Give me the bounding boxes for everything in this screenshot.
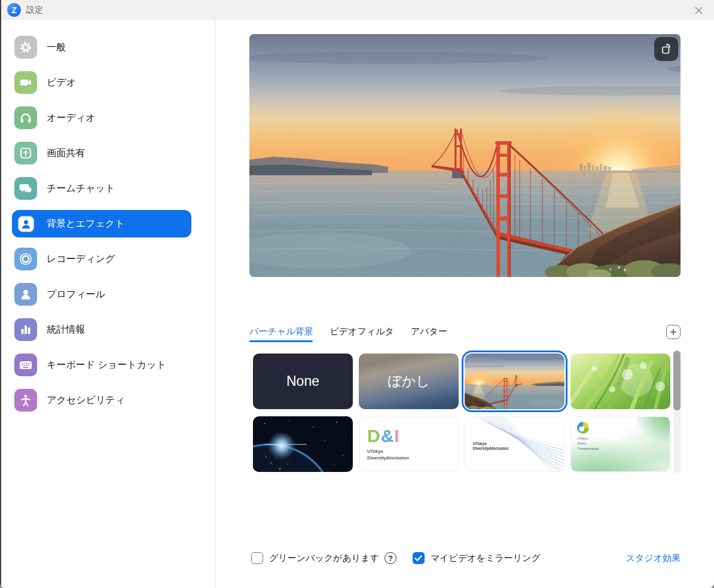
background-thumbnail-blur[interactable]: ぼかし	[359, 354, 459, 409]
bar-chart-icon	[14, 318, 37, 341]
sidebar-item-label: 一般	[47, 41, 66, 54]
mirror-video-label[interactable]: マイビデオをミラーリング	[431, 553, 541, 564]
rotate-icon	[660, 43, 672, 55]
keyboard-icon	[14, 354, 37, 376]
sidebar-item-accessibility[interactable]: アクセシビリティ	[12, 386, 191, 414]
headphones-icon	[14, 106, 37, 129]
background-thumbnail-grass[interactable]	[570, 354, 670, 409]
add-background-button[interactable]	[666, 325, 681, 339]
close-button[interactable]	[691, 3, 706, 17]
sidebar-item-label: アクセシビリティ	[47, 394, 125, 407]
settings-sidebar: 一般 ビデオ オーディオ 画面共有	[0, 20, 216, 588]
question-mark-icon: ?	[388, 554, 393, 563]
sidebar-item-statistics[interactable]: 統計情報	[12, 316, 191, 343]
waves-thumbnail-image: UTokyo Diversity&Inclusion	[465, 417, 564, 471]
utokyo-green-logo-icon	[577, 422, 589, 434]
di-org-text: UTokyo Diversity&Inclusion	[367, 449, 409, 461]
sidebar-item-label: キーボード ショートカット	[47, 359, 166, 371]
background-effects-panel: バーチャル背景 ビデオフィルタ アバター None ぼかし	[216, 20, 714, 588]
video-camera-icon	[14, 71, 37, 94]
gear-icon	[14, 36, 37, 59]
sidebar-item-recording[interactable]: レコーディング	[12, 245, 191, 273]
sidebar-item-keyboard-shortcuts[interactable]: キーボード ショートカット	[12, 351, 191, 379]
studio-effects-link[interactable]: スタジオ効果	[626, 553, 681, 564]
tab-video-filter[interactable]: ビデオフィルタ	[329, 326, 393, 342]
sidebar-item-label: 統計情報	[47, 324, 85, 336]
sidebar-item-background-effects[interactable]: 背景とエフェクト	[12, 210, 191, 237]
background-person-icon	[14, 212, 37, 235]
title-bar: Z 設定	[0, 0, 714, 20]
grass-thumbnail-image	[570, 354, 670, 409]
sidebar-item-label: 背景とエフェクト	[47, 218, 124, 230]
background-options-footer: グリーンバックがあります ? マイビデオをミラーリング スタジオ効果	[251, 552, 681, 564]
sidebar-item-label: レコーディング	[47, 253, 115, 266]
golden-gate-preview-image	[249, 34, 681, 277]
zoom-logo-icon: Z	[7, 3, 21, 17]
accessibility-icon	[14, 389, 37, 412]
tab-virtual-background[interactable]: バーチャル背景	[249, 326, 313, 342]
sidebar-item-label: 画面共有	[47, 147, 85, 160]
di-logo: D&I	[367, 427, 400, 445]
person-icon	[14, 283, 37, 306]
close-icon	[694, 6, 703, 15]
sidebar-item-general[interactable]: 一般	[12, 33, 191, 61]
sidebar-item-label: チームチャット	[47, 182, 115, 195]
green-screen-checkbox[interactable]	[251, 552, 263, 564]
rotate-preview-button[interactable]	[654, 37, 678, 61]
mirror-video-checkbox[interactable]	[413, 552, 425, 564]
golden-gate-thumbnail-image	[465, 354, 565, 409]
background-thumbnail-golden-gate[interactable]	[465, 354, 565, 409]
background-thumbnail-utokyo-di-logo[interactable]: D&I UTokyo Diversity&Inclusion	[359, 416, 459, 472]
sidebar-item-screen-share[interactable]: 画面共有	[12, 139, 191, 167]
chat-bubbles-icon	[14, 177, 37, 200]
mirror-video-group: マイビデオをミラーリング	[413, 552, 541, 564]
earth-thumbnail-image	[253, 416, 353, 472]
green-transformation-logo-block: UTokyo Green Transformation	[577, 422, 599, 451]
background-thumbnail-earth[interactable]	[253, 416, 353, 472]
sidebar-item-video[interactable]: ビデオ	[12, 69, 191, 96]
thumbnail-label: ぼかし	[387, 372, 430, 391]
background-gallery: None ぼかし	[253, 354, 670, 472]
window-title: 設定	[26, 5, 43, 16]
background-thumbnail-none[interactable]: None	[253, 354, 353, 409]
sidebar-item-profile[interactable]: プロフィール	[12, 281, 191, 308]
gallery-scrollbar-thumb[interactable]	[673, 351, 681, 410]
background-tabs: バーチャル背景 ビデオフィルタ アバター	[249, 326, 681, 342]
green-screen-label[interactable]: グリーンバックがあります	[269, 553, 379, 564]
video-preview	[249, 34, 681, 277]
zoom-settings-window: Z 設定 一般 ビデオ	[0, 0, 714, 588]
sidebar-item-label: ビデオ	[47, 77, 76, 89]
sidebar-item-team-chat[interactable]: チームチャット	[12, 175, 191, 202]
background-thumbnail-utokyo-di-waves[interactable]: UTokyo Diversity&Inclusion	[465, 416, 565, 472]
checkmark-icon	[414, 555, 422, 562]
thumbnail-label: None	[286, 373, 319, 389]
window-edge	[0, 0, 1, 588]
tab-avatar[interactable]: アバター	[411, 326, 447, 342]
sidebar-item-label: オーディオ	[47, 112, 96, 124]
screen-share-icon	[14, 142, 37, 164]
background-thumbnail-utokyo-green[interactable]: UTokyo Green Transformation	[570, 416, 670, 472]
sidebar-item-label: プロフィール	[47, 288, 105, 301]
gallery-scrollbar[interactable]	[673, 351, 681, 473]
sidebar-item-audio[interactable]: オーディオ	[12, 104, 191, 132]
plus-icon	[670, 328, 677, 336]
record-circle-icon	[14, 248, 37, 270]
help-button[interactable]: ?	[385, 552, 396, 564]
